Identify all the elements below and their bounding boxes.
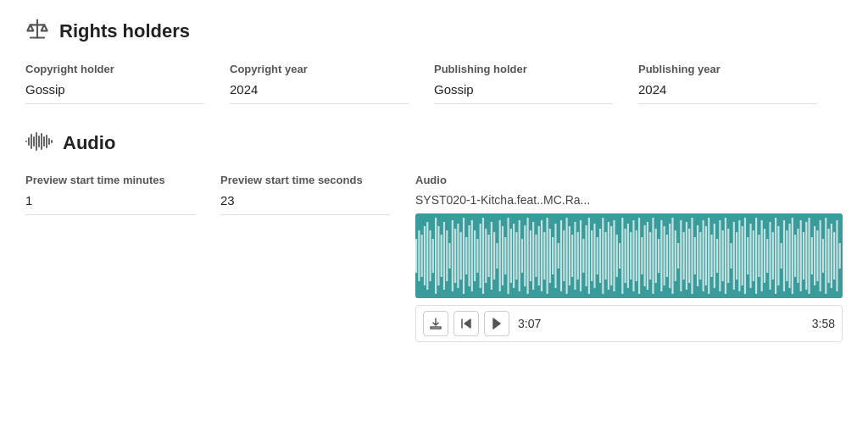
svg-rect-93 bbox=[638, 218, 640, 294]
svg-rect-94 bbox=[641, 237, 643, 274]
time-current: 3:07 bbox=[518, 317, 541, 330]
svg-rect-137 bbox=[761, 220, 763, 291]
svg-rect-126 bbox=[730, 243, 732, 269]
publishing-holder-label: Publishing holder bbox=[434, 63, 613, 75]
svg-rect-157 bbox=[816, 230, 818, 281]
svg-rect-82 bbox=[608, 222, 609, 290]
svg-rect-20 bbox=[435, 218, 437, 294]
svg-rect-33 bbox=[471, 220, 473, 291]
svg-rect-29 bbox=[460, 232, 462, 280]
svg-rect-35 bbox=[476, 239, 478, 273]
svg-rect-107 bbox=[677, 243, 679, 269]
svg-rect-159 bbox=[822, 239, 824, 273]
svg-rect-89 bbox=[627, 224, 629, 288]
svg-rect-58 bbox=[541, 220, 542, 291]
svg-rect-83 bbox=[610, 226, 612, 285]
svg-rect-60 bbox=[546, 218, 548, 294]
audio-header: Audio bbox=[25, 130, 843, 157]
publishing-holder-field: Publishing holder Gossip bbox=[434, 63, 638, 104]
preview-minutes-value: 1 bbox=[25, 193, 195, 215]
preview-seconds-field: Preview start time seconds 23 bbox=[220, 174, 415, 215]
download-button[interactable] bbox=[423, 311, 448, 336]
svg-rect-152 bbox=[803, 232, 804, 280]
svg-rect-114 bbox=[697, 225, 698, 286]
svg-rect-129 bbox=[738, 220, 740, 291]
copyright-year-label: Copyright year bbox=[230, 63, 409, 75]
svg-rect-52 bbox=[524, 225, 526, 286]
svg-rect-48 bbox=[513, 224, 515, 288]
preview-seconds-value: 23 bbox=[220, 193, 390, 215]
svg-rect-103 bbox=[666, 235, 668, 277]
time-total: 3:58 bbox=[812, 317, 835, 330]
svg-rect-51 bbox=[521, 239, 523, 273]
svg-rect-158 bbox=[820, 220, 821, 291]
svg-rect-108 bbox=[680, 220, 682, 291]
svg-rect-19 bbox=[432, 239, 434, 273]
svg-rect-153 bbox=[805, 222, 807, 290]
svg-rect-55 bbox=[532, 222, 534, 290]
svg-rect-141 bbox=[772, 232, 774, 280]
svg-rect-41 bbox=[493, 232, 495, 280]
svg-rect-78 bbox=[597, 237, 598, 274]
svg-rect-163 bbox=[833, 232, 835, 280]
svg-rect-64 bbox=[558, 243, 559, 269]
svg-rect-123 bbox=[722, 230, 724, 281]
svg-rect-127 bbox=[733, 222, 735, 290]
svg-rect-13 bbox=[415, 239, 417, 273]
svg-rect-136 bbox=[758, 235, 760, 277]
audio-section: Audio Preview start time minutes 1 Previ… bbox=[25, 130, 843, 342]
svg-rect-65 bbox=[560, 220, 562, 291]
svg-rect-100 bbox=[658, 239, 659, 273]
svg-rect-45 bbox=[504, 237, 506, 274]
svg-rect-122 bbox=[719, 220, 721, 291]
svg-rect-69 bbox=[571, 235, 573, 277]
svg-rect-17 bbox=[426, 222, 428, 290]
svg-rect-128 bbox=[736, 232, 737, 280]
svg-rect-81 bbox=[605, 232, 607, 280]
svg-rect-121 bbox=[716, 239, 718, 273]
svg-rect-143 bbox=[777, 226, 779, 285]
svg-rect-50 bbox=[519, 220, 520, 291]
svg-rect-140 bbox=[769, 222, 771, 290]
copyright-holder-label: Copyright holder bbox=[25, 63, 204, 75]
svg-rect-67 bbox=[565, 218, 567, 294]
svg-rect-118 bbox=[708, 218, 709, 294]
audio-fields: Preview start time minutes 1 Preview sta… bbox=[25, 174, 843, 342]
svg-rect-156 bbox=[814, 226, 815, 285]
svg-rect-80 bbox=[602, 218, 604, 294]
skip-back-button[interactable] bbox=[453, 311, 479, 336]
svg-rect-71 bbox=[577, 232, 579, 280]
svg-rect-162 bbox=[831, 224, 832, 288]
publishing-year-label: Publishing year bbox=[638, 63, 817, 75]
audio-label: Audio bbox=[415, 174, 843, 186]
svg-rect-119 bbox=[710, 235, 712, 277]
svg-rect-27 bbox=[454, 229, 456, 283]
svg-rect-15 bbox=[421, 235, 423, 277]
rights-holders-section: Rights holders Copyright holder Gossip C… bbox=[25, 17, 843, 104]
svg-rect-111 bbox=[688, 229, 690, 283]
svg-rect-62 bbox=[552, 237, 554, 274]
svg-rect-84 bbox=[613, 220, 615, 291]
copyright-year-field: Copyright year 2024 bbox=[230, 63, 434, 104]
svg-rect-72 bbox=[580, 220, 581, 291]
copyright-year-value: 2024 bbox=[230, 82, 409, 104]
svg-rect-86 bbox=[619, 243, 620, 269]
preview-minutes-field: Preview start time minutes 1 bbox=[25, 174, 220, 215]
svg-rect-18 bbox=[429, 230, 431, 281]
svg-rect-113 bbox=[694, 237, 696, 274]
svg-rect-98 bbox=[652, 218, 654, 294]
svg-rect-57 bbox=[538, 226, 540, 285]
publishing-holder-value: Gossip bbox=[434, 82, 613, 104]
play-button[interactable] bbox=[484, 311, 509, 336]
svg-rect-25 bbox=[448, 243, 450, 269]
svg-rect-38 bbox=[485, 229, 487, 283]
waveform-icon bbox=[25, 130, 53, 157]
svg-rect-147 bbox=[788, 224, 790, 288]
audio-player-field: Audio SYST020-1-Kitcha.feat..MC.Ra... bbox=[415, 174, 843, 342]
svg-rect-149 bbox=[794, 235, 796, 277]
svg-rect-104 bbox=[669, 224, 670, 288]
publishing-year-field: Publishing year 2024 bbox=[638, 63, 843, 104]
svg-rect-125 bbox=[727, 229, 729, 283]
svg-rect-32 bbox=[468, 225, 470, 286]
svg-rect-99 bbox=[655, 229, 657, 283]
